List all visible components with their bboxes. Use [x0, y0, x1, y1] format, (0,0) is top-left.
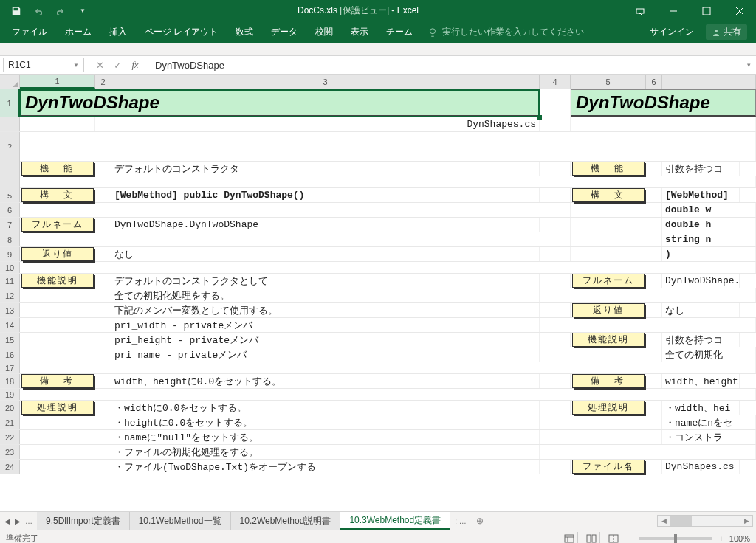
row-header[interactable]: 15 — [0, 333, 20, 347]
sheet-next-icon[interactable]: ▶ — [15, 517, 21, 525]
enter-formula-icon[interactable]: ✓ — [109, 57, 126, 73]
svg-rect-9 — [565, 535, 574, 542]
column-header[interactable] — [662, 75, 756, 89]
row-header[interactable]: 11 — [0, 274, 20, 288]
tell-me-input[interactable]: 実行したい作業を入力してください — [422, 26, 584, 38]
row-header[interactable]: 1 — [0, 89, 20, 117]
column-header[interactable]: 3 — [111, 75, 540, 89]
row-header[interactable]: 6 — [0, 203, 20, 217]
minimize-button[interactable] — [656, 0, 690, 21]
label-cell[interactable]: 機 能 — [572, 162, 645, 176]
scrollbar-thumb[interactable] — [670, 516, 692, 526]
label-cell[interactable]: 機能説明 — [21, 274, 94, 288]
sheet-prev-icon[interactable]: ◀ — [4, 517, 10, 525]
scroll-left-icon[interactable]: ◀ — [658, 516, 670, 526]
row-header[interactable]: 14 — [0, 318, 20, 332]
horizontal-scrollbar[interactable]: ◀ ▶ — [657, 515, 753, 527]
sheet-tab-active[interactable]: 10.3WebMethod定義書 — [340, 512, 450, 530]
spreadsheet-grid[interactable]: 1 2 3 4 5 6 1 DynTwoDShape DynTwoDShape … — [0, 75, 756, 511]
tab-data[interactable]: データ — [262, 21, 306, 43]
share-button[interactable]: 共有 — [706, 24, 747, 40]
label-cell[interactable]: フルネーム — [21, 218, 94, 232]
maximize-button[interactable] — [690, 0, 723, 21]
row-header[interactable]: 10 — [0, 262, 20, 273]
column-header[interactable]: 4 — [540, 75, 571, 89]
column-header[interactable]: 1 — [20, 75, 95, 89]
expand-formula-icon[interactable]: ▾ — [741, 56, 756, 74]
row-header[interactable]: 24 — [0, 460, 20, 474]
row-header[interactable]: 18 — [0, 374, 20, 388]
row-header[interactable]: 16 — [0, 347, 20, 362]
name-box[interactable]: R1C1▼ — [3, 58, 84, 72]
fx-icon[interactable]: fx — [127, 57, 143, 73]
row-header[interactable]: 22 — [0, 430, 20, 444]
label-cell[interactable]: 備 考 — [21, 374, 94, 388]
label-cell[interactable]: 機能説明 — [572, 333, 645, 347]
sheet-more-icon[interactable]: … — [25, 517, 32, 525]
merged-title-cell[interactable]: DynTwoDShape — [20, 89, 540, 117]
label-cell[interactable]: 返り値 — [21, 247, 94, 261]
ribbon-options-icon[interactable] — [623, 0, 656, 21]
row-header[interactable]: 12 — [0, 288, 20, 302]
row-header[interactable]: 21 — [0, 415, 20, 429]
ribbon-collapsed-area — [0, 43, 756, 56]
add-sheet-button[interactable]: ⊕ — [471, 512, 489, 530]
tab-formulas[interactable]: 数式 — [227, 21, 262, 43]
row-header[interactable]: 20 — [0, 401, 20, 415]
tab-view[interactable]: 表示 — [342, 21, 377, 43]
tab-review[interactable]: 校閲 — [306, 21, 342, 43]
sheet-tab[interactable]: 10.2WebMethod説明書 — [231, 512, 341, 530]
scroll-right-icon[interactable]: ▶ — [740, 516, 752, 526]
tab-file[interactable]: ファイル — [3, 21, 56, 43]
svg-rect-0 — [636, 9, 644, 13]
label-cell[interactable]: 返り値 — [572, 303, 645, 317]
qat-dropdown-icon[interactable]: ▼ — [72, 2, 93, 20]
row-header[interactable]: 7 — [0, 218, 20, 232]
row-header[interactable]: 8 — [0, 232, 20, 246]
chevron-down-icon[interactable]: ▼ — [73, 62, 79, 69]
zoom-in-button[interactable]: + — [718, 534, 723, 543]
select-all-corner[interactable] — [0, 75, 20, 89]
redo-icon[interactable] — [50, 2, 71, 20]
row-header[interactable]: 19 — [0, 389, 20, 400]
tab-insert[interactable]: 挿入 — [100, 21, 136, 43]
row-header[interactable]: 13 — [0, 303, 20, 317]
label-cell[interactable]: 構 文 — [572, 188, 645, 202]
normal-view-icon[interactable] — [562, 532, 578, 544]
tab-page-layout[interactable]: ページ レイアウト — [136, 21, 227, 43]
selection-handle[interactable] — [537, 115, 542, 120]
merged-title-cell[interactable]: DynTwoDShape — [571, 89, 756, 117]
cancel-formula-icon[interactable]: ✕ — [92, 57, 108, 73]
page-break-view-icon[interactable] — [606, 532, 622, 544]
zoom-slider[interactable] — [639, 537, 712, 540]
label-cell[interactable]: ファイル名 — [572, 460, 645, 474]
signin-link[interactable]: サインイン — [650, 26, 694, 38]
label-cell[interactable]: 処理説明 — [572, 401, 645, 415]
sheet-tab[interactable]: 9.5DllImport定義書 — [37, 512, 130, 530]
close-button[interactable] — [723, 0, 756, 21]
tab-home[interactable]: ホーム — [56, 21, 100, 43]
formula-input[interactable]: DynTwoDShape — [148, 56, 741, 74]
zoom-level[interactable]: 100% — [729, 534, 750, 543]
sheet-tab[interactable]: 10.1WebMethod一覧 — [130, 512, 231, 530]
tab-team[interactable]: チーム — [377, 21, 422, 43]
zoom-out-button[interactable]: − — [628, 534, 633, 543]
subtitle-cell[interactable]: DynShapes.cs — [111, 117, 540, 131]
label-cell[interactable]: 処理説明 — [21, 401, 94, 415]
column-header[interactable]: 2 — [95, 75, 111, 89]
column-header[interactable]: 6 — [646, 75, 662, 89]
column-header[interactable]: 5 — [571, 75, 646, 89]
row-header[interactable]: 23 — [0, 445, 20, 459]
label-cell[interactable]: 機 能 — [21, 162, 94, 176]
page-layout-view-icon[interactable] — [584, 532, 600, 544]
row-header[interactable]: 17 — [0, 362, 20, 373]
label-cell[interactable]: フルネーム — [572, 274, 645, 288]
quick-access-toolbar: ▼ — [0, 2, 93, 20]
row-header[interactable]: 9 — [0, 247, 20, 261]
sheet-more2-icon[interactable]: : … — [455, 517, 467, 525]
label-cell[interactable]: 構 文 — [21, 188, 94, 202]
label-cell[interactable]: 備 考 — [572, 374, 645, 388]
row-header[interactable] — [0, 117, 20, 131]
save-icon[interactable] — [6, 2, 27, 20]
undo-icon[interactable] — [28, 2, 49, 20]
